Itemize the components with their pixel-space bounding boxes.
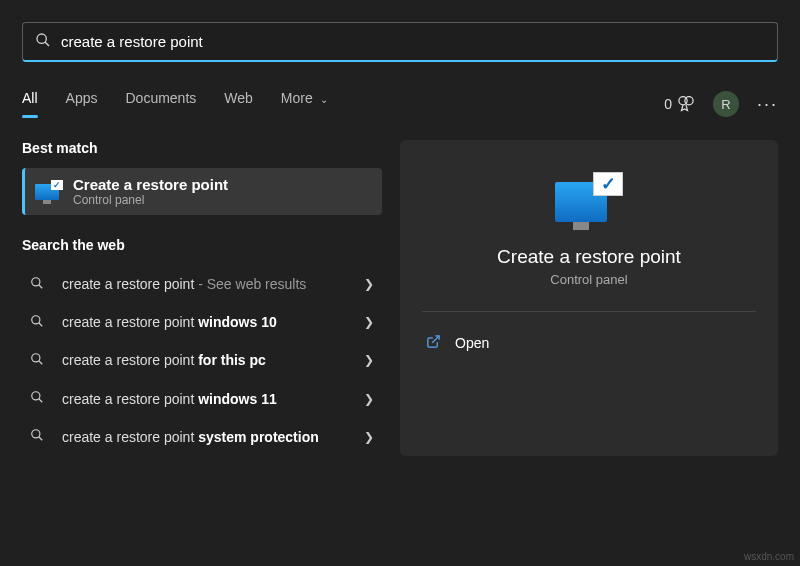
- svg-line-11: [39, 399, 43, 403]
- search-bar[interactable]: [22, 22, 778, 62]
- svg-line-1: [45, 42, 49, 46]
- chevron-down-icon: ⌄: [320, 94, 328, 105]
- open-label: Open: [455, 335, 489, 351]
- svg-point-6: [32, 316, 40, 324]
- search-icon: [30, 314, 50, 331]
- svg-line-14: [432, 336, 439, 343]
- more-options-button[interactable]: ···: [757, 94, 778, 115]
- search-icon: [30, 428, 50, 445]
- search-icon: [30, 352, 50, 369]
- watermark: wsxdn.com: [744, 551, 794, 562]
- search-input[interactable]: [61, 33, 765, 50]
- best-match-heading: Best match: [22, 140, 382, 156]
- best-match-result[interactable]: ✓ Create a restore point Control panel: [22, 168, 382, 215]
- search-icon: [35, 32, 51, 52]
- web-suggestion-text: create a restore point for this pc: [62, 351, 364, 369]
- open-action[interactable]: Open: [422, 326, 756, 360]
- svg-point-10: [32, 392, 40, 400]
- chevron-right-icon: ❯: [364, 430, 374, 444]
- preview-title: Create a restore point: [422, 246, 756, 268]
- search-icon: [30, 276, 50, 293]
- svg-line-7: [39, 323, 43, 327]
- best-match-subtitle: Control panel: [73, 193, 228, 207]
- web-suggestion[interactable]: create a restore point - See web results…: [22, 265, 382, 303]
- rewards-icon: [677, 94, 695, 115]
- best-match-title: Create a restore point: [73, 176, 228, 193]
- preview-subtitle: Control panel: [422, 272, 756, 287]
- svg-point-4: [32, 277, 40, 285]
- svg-point-8: [32, 354, 40, 362]
- chevron-right-icon: ❯: [364, 353, 374, 367]
- tab-apps[interactable]: Apps: [66, 90, 98, 118]
- chevron-right-icon: ❯: [364, 277, 374, 291]
- web-suggestion[interactable]: create a restore point windows 11 ❯: [22, 380, 382, 418]
- web-suggestion[interactable]: create a restore point system protection…: [22, 418, 382, 456]
- tab-documents[interactable]: Documents: [125, 90, 196, 118]
- search-icon: [30, 390, 50, 407]
- system-restore-icon: ✓: [555, 172, 623, 230]
- svg-point-0: [37, 34, 46, 43]
- svg-line-5: [39, 284, 43, 288]
- rewards-points[interactable]: 0: [664, 94, 695, 115]
- svg-line-13: [39, 437, 43, 441]
- web-suggestion-text: create a restore point windows 10: [62, 313, 364, 331]
- svg-point-3: [685, 96, 693, 104]
- tab-web[interactable]: Web: [224, 90, 253, 118]
- tab-more-label: More: [281, 90, 313, 106]
- web-suggestion-text: create a restore point windows 11: [62, 390, 364, 408]
- tab-more[interactable]: More ⌄: [281, 90, 328, 118]
- svg-point-12: [32, 430, 40, 438]
- system-restore-icon: ✓: [35, 180, 63, 204]
- preview-panel: ✓ Create a restore point Control panel O…: [400, 140, 778, 456]
- web-suggestion[interactable]: create a restore point for this pc ❯: [22, 341, 382, 379]
- svg-line-9: [39, 361, 43, 365]
- tab-all[interactable]: All: [22, 90, 38, 118]
- points-value: 0: [664, 96, 672, 112]
- chevron-right-icon: ❯: [364, 392, 374, 406]
- divider: [422, 311, 756, 312]
- filter-tabs: All Apps Documents Web More ⌄ 0 R ···: [22, 90, 778, 118]
- chevron-right-icon: ❯: [364, 315, 374, 329]
- web-suggestion-text: create a restore point - See web results: [62, 275, 364, 293]
- user-avatar[interactable]: R: [713, 91, 739, 117]
- web-suggestion-text: create a restore point system protection: [62, 428, 364, 446]
- search-web-heading: Search the web: [22, 237, 382, 253]
- avatar-initial: R: [721, 97, 730, 112]
- open-external-icon: [426, 334, 441, 352]
- web-suggestion[interactable]: create a restore point windows 10 ❯: [22, 303, 382, 341]
